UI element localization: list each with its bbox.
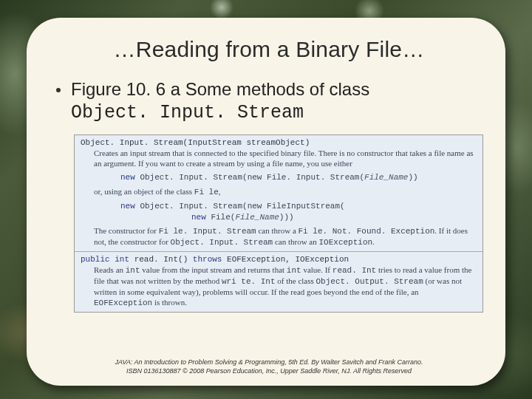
readint-desc: Reads an int value from the input stream… [81,265,477,308]
footer-line-1: JAVA: An Introduction to Problem Solving… [53,358,485,366]
figure-section-constructor: Object. Input. Stream(InputStream stream… [75,135,482,252]
slide-card: …Reading from a Binary File… Figure 10. … [27,18,505,386]
bullet-item: Figure 10. 6 a Some methods of class Obj… [56,78,485,124]
slide-footer: JAVA: An Introduction to Problem Solving… [53,353,485,375]
constructor-desc-b: or, using an object of the class Fi le, [81,186,477,197]
kw-new: new [120,173,140,182]
slide-title: …Reading from a Binary File… [53,37,485,62]
constructor-desc-c: The constructor for Fi le. Input. Stream… [81,225,477,248]
figure-section-readint: public int read. Int() throws EOFExcepti… [75,252,482,312]
constructor-code-2b: new File(File_Name))) [81,211,477,222]
methods-figure: Object. Input. Stream(InputStream stream… [74,134,483,313]
constructor-code-1: new Object. Input. Stream(new File. Inpu… [81,171,477,183]
bullet-dot-icon [56,88,61,92]
constructor-desc-a: Creates an input stream that is connecte… [81,148,477,168]
constructor-code-2a: new Object. Input. Stream(new FileInputS… [81,200,477,211]
bullet-class-name: Object. Input. Stream [71,102,304,123]
bullet-text: Figure 10. 6 a Some methods of class Obj… [71,78,369,124]
footer-line-2: ISBN 0136130887 © 2008 Pearson Education… [53,366,485,375]
constructor-signature: Object. Input. Stream(InputStream stream… [81,137,477,148]
bullet-lead: Figure 10. 6 a Some methods of class [71,79,369,99]
readint-signature: public int read. Int() throws EOFExcepti… [81,254,477,265]
